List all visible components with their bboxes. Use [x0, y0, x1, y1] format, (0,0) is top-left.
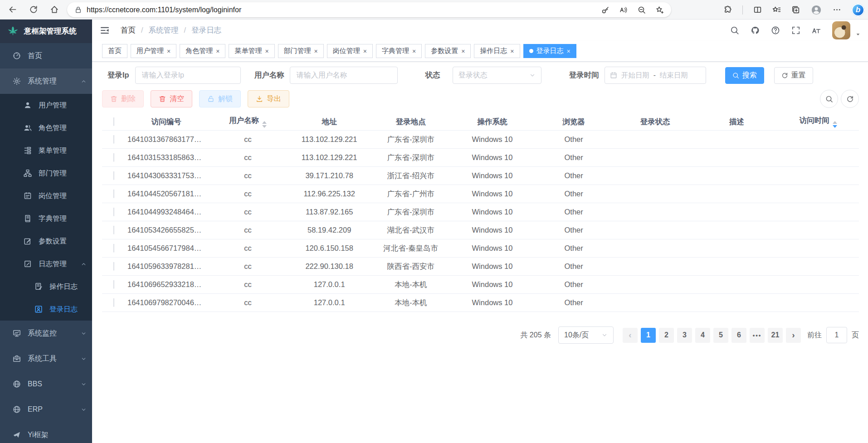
column-header-用户名称[interactable]: 用户名称 — [207, 116, 289, 128]
close-tab-icon[interactable]: × — [216, 48, 219, 55]
sidebar-item-dept-management[interactable]: 部门管理 — [0, 162, 92, 185]
sidebar-item-dict-management[interactable]: 字典管理 — [0, 207, 92, 230]
extensions-icon[interactable] — [723, 5, 732, 14]
sidebar-item-system-tools[interactable]: 系统工具 — [0, 346, 92, 371]
sidebar-item-erp[interactable]: ERP — [0, 397, 92, 422]
clear-button[interactable]: 清空 — [151, 90, 192, 107]
row-checkbox[interactable] — [113, 153, 114, 162]
fullscreen-icon[interactable] — [791, 26, 800, 35]
browser-refresh-icon[interactable] — [29, 5, 38, 14]
row-checkbox[interactable] — [113, 262, 114, 271]
tab-菜单管理[interactable]: 菜单管理× — [229, 44, 274, 58]
sidebar-item-home[interactable]: 首页 — [0, 43, 92, 68]
split-screen-icon[interactable] — [753, 5, 762, 14]
sidebar-item-role-management[interactable]: 角色管理 — [0, 117, 92, 139]
sidebar-item-log-management[interactable]: 日志管理 — [0, 253, 92, 275]
user-avatar[interactable] — [832, 21, 850, 39]
close-tab-icon[interactable]: × — [461, 48, 465, 55]
address-bar[interactable]: https://ccnetcore.com:1101/system/log/lo… — [67, 2, 671, 17]
browser-menu-icon[interactable] — [833, 5, 841, 14]
close-tab-icon[interactable]: × — [265, 48, 268, 55]
breadcrumb-home[interactable]: 首页 — [121, 25, 136, 35]
browser-home-icon[interactable] — [50, 5, 59, 14]
user-name-input[interactable] — [290, 67, 398, 84]
favorite-star-icon[interactable] — [656, 6, 664, 14]
close-tab-icon[interactable]: × — [363, 48, 367, 55]
sidebar-item-param-settings[interactable]: 参数设置 — [0, 230, 92, 253]
row-checkbox[interactable] — [113, 208, 114, 216]
reset-button[interactable]: 重置 — [774, 67, 813, 84]
row-checkbox[interactable] — [113, 190, 114, 198]
breadcrumb-system[interactable]: 系统管理 — [149, 25, 179, 35]
header-search-icon[interactable] — [730, 26, 739, 35]
sidebar-item-menu-management[interactable]: 菜单管理 — [0, 139, 92, 162]
row-checkbox[interactable] — [113, 171, 114, 180]
pager-prev-button[interactable]: ‹ — [623, 328, 638, 343]
sidebar-item-post-management[interactable]: 岗位管理 — [0, 185, 92, 207]
column-header-访问时间[interactable]: 访问时间 — [777, 116, 859, 128]
page-size-select[interactable]: 10条/页 — [558, 326, 614, 344]
tab-首页[interactable]: 首页 — [102, 44, 127, 58]
row-checkbox[interactable] — [113, 298, 114, 307]
search-button[interactable]: 搜索 — [725, 67, 764, 84]
refresh-table-button[interactable] — [841, 90, 859, 108]
read-aloud-icon[interactable] — [619, 6, 628, 14]
row-checkbox[interactable] — [113, 244, 114, 253]
sidebar-item-bbs[interactable]: BBS — [0, 371, 92, 397]
sidebar-item-operation-log[interactable]: 操作日志 — [0, 275, 92, 298]
pager-page-1[interactable]: 1 — [641, 328, 656, 343]
status-select[interactable]: 登录状态 — [453, 67, 541, 84]
help-icon[interactable] — [771, 26, 780, 35]
sidebar-collapse-icon[interactable] — [100, 25, 110, 35]
row-checkbox[interactable] — [113, 135, 114, 144]
pager-next-button[interactable]: › — [786, 328, 801, 343]
export-button[interactable]: 导出 — [248, 90, 289, 107]
tab-登录日志[interactable]: 登录日志× — [523, 44, 576, 58]
close-tab-icon[interactable]: × — [510, 48, 514, 55]
zoom-out-icon[interactable] — [638, 6, 646, 14]
date-range-picker[interactable]: 开始日期 - 结束日期 — [605, 67, 706, 84]
pager-ellipsis[interactable]: ••• — [750, 328, 765, 343]
unlock-button[interactable]: 解锁 — [199, 90, 241, 107]
row-checkbox[interactable] — [113, 280, 114, 289]
browser-back-icon[interactable] — [8, 5, 17, 14]
copilot-bing-icon[interactable]: b — [852, 4, 864, 16]
close-tab-icon[interactable]: × — [567, 48, 571, 55]
sidebar-item-system-monitor[interactable]: 系统监控 — [0, 321, 92, 346]
tab-字典管理[interactable]: 字典管理× — [376, 44, 422, 58]
github-icon[interactable] — [751, 26, 760, 35]
sidebar-item-yi-framework[interactable]: Yi框架 — [0, 422, 92, 443]
favorites-bar-icon[interactable] — [772, 5, 781, 14]
sidebar-item-system-management[interactable]: 系统管理 — [0, 68, 92, 94]
sidebar-item-login-log[interactable]: 登录日志 — [0, 298, 92, 321]
delete-button[interactable]: 删除 — [102, 90, 144, 107]
tab-参数设置[interactable]: 参数设置× — [425, 44, 471, 58]
sidebar-item-user-management[interactable]: 用户管理 — [0, 94, 92, 117]
close-tab-icon[interactable]: × — [167, 48, 171, 55]
select-all-checkbox[interactable] — [113, 117, 114, 126]
tab-部门管理[interactable]: 部门管理× — [278, 44, 324, 58]
tab-操作日志[interactable]: 操作日志× — [474, 44, 520, 58]
pager-page-6[interactable]: 6 — [731, 328, 746, 343]
tab-角色管理[interactable]: 角色管理× — [180, 44, 225, 58]
goto-page-input[interactable] — [826, 327, 847, 343]
show-search-toggle-button[interactable] — [820, 90, 838, 108]
pager-page-3[interactable]: 3 — [677, 328, 692, 343]
table-cell: 湖北省-武汉市 — [370, 225, 452, 235]
pager-page-2[interactable]: 2 — [659, 328, 674, 343]
chevron-down-icon — [601, 332, 608, 338]
tab-岗位管理[interactable]: 岗位管理× — [327, 44, 373, 58]
password-key-icon[interactable] — [601, 6, 610, 14]
close-tab-icon[interactable]: × — [412, 48, 416, 55]
tab-用户管理[interactable]: 用户管理× — [131, 44, 176, 58]
login-ip-input[interactable] — [135, 67, 241, 84]
pager-page-5[interactable]: 5 — [713, 328, 728, 343]
row-checkbox[interactable] — [113, 226, 114, 234]
avatar-caret-icon[interactable] — [855, 32, 861, 37]
browser-profile-icon[interactable] — [810, 4, 822, 16]
font-size-icon[interactable] — [812, 26, 821, 35]
close-tab-icon[interactable]: × — [314, 48, 318, 55]
collections-icon[interactable] — [791, 5, 800, 14]
pager-page-21[interactable]: 21 — [768, 328, 783, 343]
pager-page-4[interactable]: 4 — [695, 328, 710, 343]
